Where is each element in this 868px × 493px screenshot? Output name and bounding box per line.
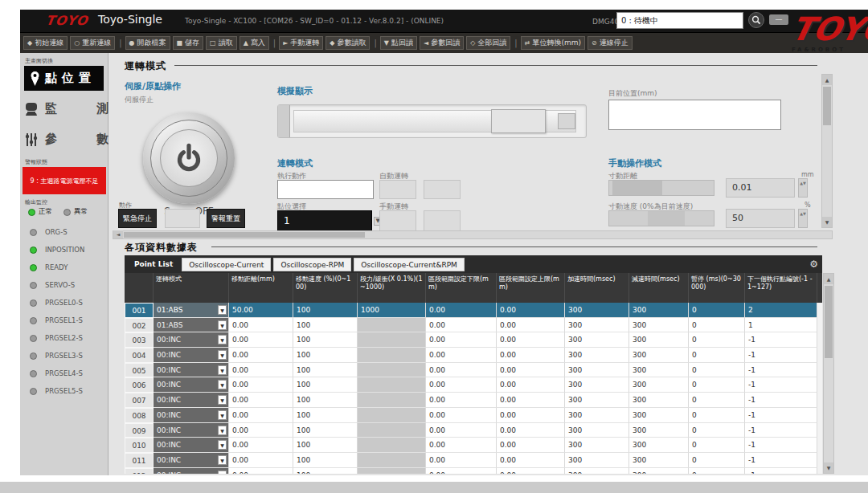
scroll-up-icon[interactable]: ▲ (824, 274, 833, 284)
scroll-down-icon[interactable]: ▼ (822, 217, 832, 227)
toolbar-button-label: 讀取 (219, 38, 233, 48)
chevron-down-icon[interactable]: ▼ (218, 350, 227, 360)
panel-hscrollbar[interactable]: ◄ (113, 230, 833, 239)
mode-dropdown-cell[interactable]: 00:INC▼ (154, 468, 229, 474)
table-row[interactable]: 01000:INC▼0.001000.000.003003000-1 (125, 438, 822, 453)
home-return-button-disabled[interactable] (165, 209, 200, 228)
toolbar-button-icon: □ (210, 39, 216, 47)
sidebar-item-parameters[interactable]: 參 數 (24, 127, 104, 152)
table-scrollbar[interactable]: ▲ ▼ (823, 273, 834, 474)
manual-run-rev-button-disabled[interactable] (424, 210, 461, 231)
sidebar-item-monitor[interactable]: 監 測 (24, 96, 104, 121)
search-button[interactable] (748, 12, 764, 28)
emergency-stop-button[interactable]: 緊急停止 (118, 209, 157, 228)
toolbar-button[interactable]: ■儲存 (173, 36, 204, 50)
toolbar-button[interactable]: ◆初始連線 (23, 36, 68, 50)
manual-run-fwd-button-disabled[interactable] (379, 210, 416, 231)
table-row[interactable]: 00700:INC▼0.001000.000.003003000-1 (125, 393, 822, 408)
mode-dropdown-cell[interactable]: 00:INC▼ (154, 393, 229, 408)
toolbar-button[interactable]: ○重新連線 (70, 36, 115, 50)
mode-dropdown-cell[interactable]: 00:INC▼ (154, 423, 229, 438)
current-position-field[interactable] (608, 100, 781, 130)
toolbar-button[interactable]: ◇全部回讀 (466, 36, 510, 50)
table-row[interactable]: 00201:ABS▼0.001000.000.0030030001 (125, 318, 822, 333)
mode-dropdown-cell[interactable]: 00:INC▼ (154, 377, 229, 393)
mode-dropdown-cell[interactable]: 00:INC▼ (154, 408, 229, 423)
status-combobox[interactable]: 0 : 待機中 (616, 12, 743, 29)
jog-speed-slider[interactable] (608, 210, 714, 226)
table-row[interactable]: 00800:INC▼0.001000.000.003003000-1 (125, 408, 822, 423)
sidebar-item-point-position[interactable]: 點位置 (24, 66, 104, 91)
jog-speed-stepper[interactable]: ▲▼ (798, 209, 808, 228)
scroll-left-icon[interactable]: ◄ (113, 230, 123, 238)
table-row[interactable]: 00900:INC▼0.001000.000.003003000-1 (125, 423, 822, 438)
jog-distance-stepper[interactable]: ▲▼ (798, 178, 808, 198)
chevron-down-icon[interactable]: ▼ (218, 426, 227, 435)
scroll-up-icon[interactable]: ▲ (822, 75, 832, 85)
status-name: PRGSEL0-S (45, 299, 83, 307)
table-row[interactable]: 01100:INC▼0.001000.000.003003000-1 (125, 453, 822, 468)
tab-oscilloscope-current-rpm[interactable]: Oscilloscope-Current&RPM (354, 258, 465, 271)
mode-dropdown-cell[interactable]: 01:ABS▼ (154, 303, 229, 318)
mode-dropdown-cell[interactable]: 01:ABS▼ (154, 318, 229, 333)
table-row[interactable]: 00400:INC▼0.001000.000.003003000-1 (125, 348, 822, 363)
status-led-off-icon (30, 388, 37, 395)
exec-action-field[interactable] (277, 180, 374, 199)
toolbar-button[interactable]: ►手動運轉 (279, 36, 323, 50)
toolbar-button[interactable]: ●開啟檔案 (125, 36, 170, 50)
chevron-down-icon[interactable]: ▼ (218, 305, 227, 315)
table-scrollbar-thumb[interactable] (825, 286, 833, 358)
mode-dropdown-cell[interactable]: 00:INC▼ (154, 363, 229, 378)
toolbar-button[interactable]: ▼點回讀 (380, 36, 417, 50)
table-row[interactable]: 01200:INC▼0.001000.000.003003000-1 (125, 468, 822, 474)
tab-point-list[interactable]: Point List (128, 258, 179, 271)
toolbar-button[interactable]: ⊘連線停止 (588, 36, 633, 50)
status-led-on-icon (30, 264, 37, 271)
jog-distance-slider-thumb[interactable] (612, 181, 662, 195)
auto-run-stop-button-disabled[interactable] (424, 180, 461, 199)
tab-oscilloscope-rpm[interactable]: Oscilloscope-RPM (273, 258, 351, 271)
speed-cell: 100 (293, 438, 358, 453)
chevron-down-icon[interactable]: ▼ (218, 455, 227, 465)
scroll-down-icon[interactable]: ▼ (824, 462, 833, 473)
toolbar-button[interactable]: ◄參數回讀 (420, 36, 464, 50)
jog-distance-slider[interactable] (608, 180, 714, 196)
panel-scrollbar-thumb[interactable] (823, 87, 831, 125)
mode-dropdown-cell[interactable]: 00:INC▼ (154, 438, 229, 453)
chevron-down-icon[interactable]: ▼ (218, 471, 227, 474)
chevron-down-icon[interactable]: ▼ (218, 410, 227, 420)
mode-dropdown-cell[interactable]: 00:INC▼ (154, 348, 229, 363)
toolbar-button[interactable]: □讀取 (206, 36, 237, 50)
mode-dropdown-cell[interactable]: 00:INC▼ (154, 453, 229, 468)
dist-cell: 0.00 (229, 377, 293, 393)
minimize-button[interactable]: — (769, 14, 788, 25)
toolbar-button[interactable]: ◆參數讀取 (326, 36, 370, 50)
toolbar-button[interactable]: ⇄單位轉換(mm) (521, 36, 585, 50)
alarm-reset-button[interactable]: 警報重置 (207, 209, 245, 228)
table-row[interactable]: 00101:ABS▼50.0010010000.000.0030030002 (125, 303, 822, 318)
auto-run-start-button-disabled[interactable] (379, 180, 416, 199)
chevron-down-icon[interactable]: ▼ (218, 440, 227, 450)
table-row[interactable]: 00300:INC▼0.001000.000.003003000-1 (125, 332, 822, 348)
table-row[interactable]: 00500:INC▼0.001000.000.003003000-1 (125, 363, 822, 378)
tab-oscilloscope-current[interactable]: Oscilloscope-Current (182, 258, 271, 271)
status-row: PRGSEL4-S (30, 365, 107, 382)
row-number-cell: 011 (125, 453, 154, 468)
decel-cell: 300 (629, 348, 689, 363)
servo-power-button[interactable] (143, 112, 235, 204)
jog-speed-slider-thumb[interactable] (648, 211, 685, 226)
panel-hscrollbar-thumb[interactable] (124, 232, 365, 238)
mode-dropdown-cell[interactable]: 00:INC▼ (154, 332, 229, 348)
chevron-down-icon[interactable]: ▼ (218, 380, 227, 389)
gear-icon[interactable]: ⚙ (809, 258, 818, 271)
chevron-down-icon[interactable]: ▼ (218, 365, 227, 375)
panel-scrollbar[interactable]: ▲ ▼ (821, 74, 833, 228)
jog-distance-value[interactable]: 0.01 (726, 178, 795, 198)
point-select-dropdown[interactable]: 1 ▼ (277, 210, 372, 231)
chevron-down-icon[interactable]: ▼ (218, 335, 227, 344)
chevron-down-icon[interactable]: ▼ (218, 320, 227, 330)
table-row[interactable]: 00600:INC▼0.001000.000.003003000-1 (125, 377, 822, 393)
chevron-down-icon[interactable]: ▼ (218, 395, 227, 405)
jog-speed-value[interactable]: 50 (726, 209, 795, 228)
toolbar-button[interactable]: ▲寫入 (240, 36, 269, 50)
